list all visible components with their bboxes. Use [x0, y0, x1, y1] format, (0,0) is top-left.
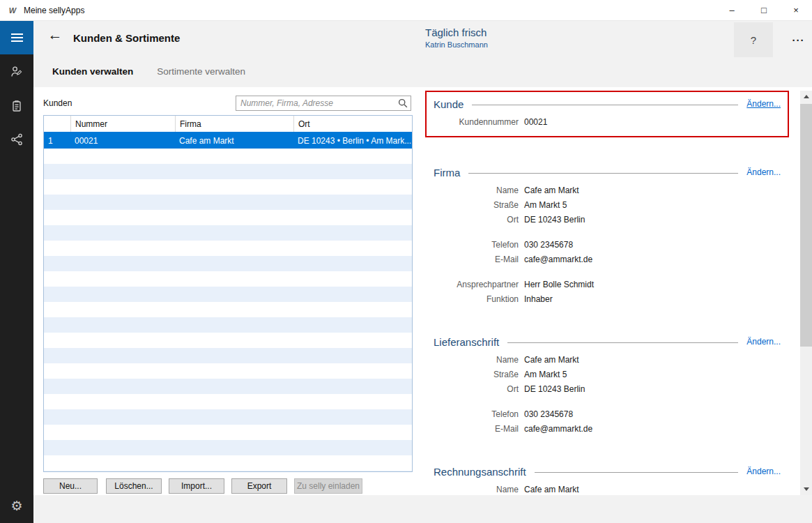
- field-row: E-Mailcafe@ammarkt.de: [434, 252, 781, 267]
- export-button[interactable]: Export: [231, 478, 287, 494]
- table-row-selected[interactable]: 1 00021 Cafe am Markt DE 10243 • Berlin …: [44, 133, 412, 149]
- brand-block: Täglich frisch Katrin Buschmann: [425, 26, 488, 49]
- field-row: StraßeAm Markt 5: [434, 198, 781, 213]
- column-header-ort[interactable]: Ort: [293, 116, 412, 132]
- sidebar-item-network[interactable]: [0, 126, 33, 155]
- section-title-lieferanschrift: Lieferanschrift: [434, 336, 499, 348]
- section-rechnungsanschrift: Rechnungsanschrift Ändern... NameCafe am…: [425, 463, 789, 495]
- field-row: Telefon030 2345678: [434, 238, 781, 252]
- delete-button[interactable]: Löschen...: [106, 478, 162, 494]
- tab-kunden-verwalten[interactable]: Kunden verwalten: [52, 66, 133, 81]
- field-row: NameCafe am Markt: [434, 483, 781, 495]
- cell-index: 1: [44, 136, 70, 146]
- invite-to-selly-button: Zu selly einladen: [294, 478, 362, 494]
- table-header: Nummer Firma Ort: [44, 116, 412, 133]
- column-header-firma[interactable]: Firma: [175, 116, 293, 132]
- column-header-index[interactable]: [44, 116, 70, 132]
- change-kunde-link[interactable]: Ändern...: [746, 99, 781, 109]
- section-lieferanschrift: Lieferanschrift Ändern... NameCafe am Ma…: [425, 333, 789, 437]
- search-icon: [398, 98, 408, 108]
- list-button-bar: Neu... Löschen... Import... Export Zu se…: [43, 478, 362, 494]
- empty-rows: [44, 149, 412, 471]
- hamburger-icon: [11, 33, 23, 35]
- customer-detail-pane: Kunde Ändern... Kundennummer 00021 Firma…: [425, 91, 789, 495]
- field-value: 00021: [524, 115, 547, 130]
- customer-edit-icon: [10, 65, 24, 81]
- scroll-down-icon: [804, 487, 809, 491]
- field-row: E-Mailcafe@ammarkt.de: [434, 422, 781, 437]
- scroll-up-icon: [804, 95, 809, 98]
- clipboard-icon: [10, 99, 24, 115]
- scroll-down-button[interactable]: [800, 483, 812, 495]
- field-row: Kundennummer 00021: [434, 115, 781, 130]
- share-network-icon: [10, 132, 24, 149]
- section-kunde-highlighted: Kunde Ändern... Kundennummer 00021: [425, 91, 789, 137]
- change-rechnungsanschrift-link[interactable]: Ändern...: [746, 467, 781, 476]
- section-rule: [468, 173, 738, 174]
- section-rule: [507, 342, 738, 343]
- sidebar: ⚙: [0, 21, 33, 523]
- sidebar-item-lists[interactable]: [0, 92, 33, 121]
- change-firma-link[interactable]: Ändern...: [746, 167, 781, 177]
- close-button[interactable]: ×: [780, 0, 812, 20]
- field-row: FunktionInhaber: [434, 292, 781, 307]
- field-row: OrtDE 10243 Berlin: [434, 213, 781, 227]
- cell-firma: Cafe am Markt: [175, 136, 293, 146]
- content-area: Kunden Nummer Firma Ort 1 00021 Cafe am …: [33, 87, 812, 495]
- field-row: OrtDE 10243 Berlin: [434, 382, 781, 397]
- section-title-firma: Firma: [434, 167, 460, 179]
- column-header-nummer[interactable]: Nummer: [70, 116, 175, 132]
- footer-strip: [33, 495, 812, 523]
- help-button[interactable]: ?: [734, 22, 773, 57]
- customer-search: [236, 96, 411, 111]
- back-button[interactable]: ←: [45, 26, 66, 43]
- field-row: AnsprechpartnerHerr Bolle Schmidt: [434, 278, 781, 292]
- customer-list-label: Kunden: [43, 98, 72, 108]
- field-label: Kundennummer: [434, 115, 524, 130]
- more-button[interactable]: ···: [785, 22, 812, 57]
- section-title-rechnungsanschrift: Rechnungsanschrift: [434, 466, 526, 478]
- new-button[interactable]: Neu...: [43, 478, 98, 494]
- import-button[interactable]: Import...: [169, 478, 224, 494]
- tab-sortimente-verwalten[interactable]: Sortimente verwalten: [157, 66, 245, 81]
- customer-table: Nummer Firma Ort 1 00021 Cafe am Markt D…: [43, 115, 413, 472]
- minimize-button[interactable]: –: [716, 0, 748, 20]
- hamburger-menu-button[interactable]: [0, 21, 33, 54]
- window-title: Meine sellyApps: [24, 6, 84, 15]
- maximize-button[interactable]: □: [748, 0, 780, 20]
- change-lieferanschrift-link[interactable]: Ändern...: [746, 337, 781, 347]
- user-name: Katrin Buschmann: [425, 40, 488, 49]
- page-title: Kunden & Sortimente: [73, 32, 180, 44]
- field-row: Telefon030 2345678: [434, 407, 781, 422]
- section-title-kunde: Kunde: [434, 98, 464, 110]
- field-row: StraßeAm Markt 5: [434, 367, 781, 382]
- gear-icon: ⚙: [10, 498, 22, 513]
- scrollbar-thumb[interactable]: [800, 104, 812, 347]
- cell-ort: DE 10243 • Berlin • Am Mark...: [293, 136, 412, 146]
- section-rule: [472, 105, 738, 105]
- cell-nummer: 00021: [70, 136, 175, 146]
- company-name: Täglich frisch: [425, 26, 488, 38]
- scroll-up-button[interactable]: [800, 91, 812, 103]
- vertical-scrollbar[interactable]: [800, 91, 812, 495]
- section-rule: [535, 472, 739, 473]
- field-row: NameCafe am Markt: [434, 353, 781, 367]
- search-input[interactable]: [236, 96, 411, 111]
- sidebar-item-customers[interactable]: [0, 58, 33, 87]
- window-controls: – □ ×: [716, 0, 812, 20]
- settings-button[interactable]: ⚙: [0, 494, 33, 517]
- app-header: ← Kunden & Sortimente Täglich frisch Kat…: [33, 21, 812, 87]
- app-logo-icon: W: [7, 5, 18, 16]
- titlebar: W Meine sellyApps – □ ×: [0, 0, 812, 21]
- field-row: NameCafe am Markt: [434, 183, 781, 198]
- section-firma: Firma Ändern... NameCafe am Markt Straße…: [425, 164, 789, 307]
- tab-bar: Kunden verwalten Sortimente verwalten: [52, 66, 245, 81]
